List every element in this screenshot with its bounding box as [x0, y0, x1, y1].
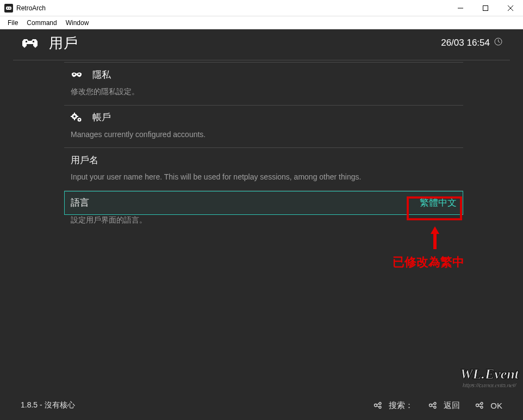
clock-icon [494, 38, 502, 48]
window-controls [448, 0, 523, 16]
menu-command[interactable]: Command [22, 18, 61, 28]
item-label: 語言 [71, 196, 89, 209]
svg-point-33 [481, 406, 483, 409]
footer-button-label: OK [490, 401, 502, 410]
footer-search-button[interactable]: 搜索： [373, 400, 413, 411]
settings-list: 隱私 修改您的隱私設定。 帳戶 Manage [64, 62, 463, 387]
svg-rect-15 [74, 113, 75, 114]
svg-rect-3 [483, 5, 488, 10]
gears-icon [71, 113, 83, 122]
dots-icon [475, 402, 485, 409]
window-title: RetroArch [16, 4, 46, 12]
svg-point-21 [375, 404, 377, 407]
retroarch-icon [21, 37, 39, 49]
svg-point-0 [7, 8, 8, 9]
svg-point-26 [429, 404, 432, 407]
close-button[interactable] [498, 0, 523, 16]
item-label: 隱私 [92, 69, 111, 81]
datetime-text: 26/03 16:54 [441, 38, 490, 48]
svg-line-30 [432, 406, 434, 407]
svg-point-28 [434, 406, 436, 409]
svg-rect-16 [74, 119, 75, 120]
settings-item-username[interactable]: 用戶名 Input your user name here. This will… [64, 147, 463, 190]
svg-line-34 [478, 404, 481, 405]
footer-back-button[interactable]: 返回 [428, 400, 460, 411]
svg-point-27 [434, 403, 436, 405]
settings-item-accounts[interactable]: 帳戶 Manages currently configured accounts… [64, 105, 463, 148]
page-header: 用戶 26/03 16:54 [0, 29, 523, 57]
svg-rect-7 [33, 41, 34, 42]
svg-point-14 [73, 115, 76, 118]
settings-item-language[interactable]: 語言 繁體中文 設定用戶界面的語言。 [64, 190, 463, 233]
svg-point-23 [379, 406, 381, 409]
item-description: Input your user name here. This will be … [64, 172, 463, 190]
menu-file[interactable]: File [3, 18, 22, 28]
footer-version: 1.8.5 - 沒有核心 [21, 400, 75, 410]
menu-window[interactable]: Window [61, 18, 94, 28]
dots-icon [428, 402, 438, 409]
svg-point-1 [9, 8, 10, 9]
svg-line-29 [432, 404, 434, 405]
minimize-button[interactable] [448, 0, 473, 16]
svg-point-12 [78, 73, 80, 75]
svg-point-31 [476, 404, 479, 407]
svg-point-20 [79, 119, 80, 120]
page-title: 用戶 [49, 34, 78, 53]
svg-line-35 [478, 406, 481, 407]
dots-icon [373, 402, 383, 409]
item-description: Manages currently configured accounts. [64, 129, 463, 148]
svg-line-25 [377, 406, 379, 407]
mask-icon [71, 71, 83, 78]
svg-line-24 [377, 404, 379, 405]
footer-ok-button[interactable]: OK [475, 400, 502, 411]
item-value: 繁體中文 [420, 196, 457, 209]
maximize-button[interactable] [473, 0, 498, 16]
header-divider [13, 60, 510, 60]
footer: 1.8.5 - 沒有核心 搜索： 返回 OK [0, 391, 523, 420]
svg-point-32 [481, 403, 483, 405]
watermark-main: WL.Event [460, 366, 519, 382]
window-titlebar: RetroArch [0, 0, 523, 16]
settings-item-privacy[interactable]: 隱私 修改您的隱私設定。 [64, 62, 463, 105]
watermark-sub: https://cumoi.enta.net/ [460, 382, 519, 388]
svg-point-11 [73, 73, 76, 75]
watermark: WL.Event https://cumoi.enta.net/ [460, 366, 519, 388]
svg-point-22 [379, 403, 381, 405]
item-label: 帳戶 [92, 111, 111, 123]
app-body: 用戶 26/03 16:54 隱私 修改您的隱私設定。 [0, 29, 523, 420]
item-description: 修改您的隱私設定。 [64, 87, 463, 105]
item-label: 用戶名 [71, 154, 98, 166]
svg-rect-18 [77, 116, 78, 117]
svg-line-10 [499, 42, 500, 43]
footer-button-label: 返回 [444, 400, 460, 411]
menubar: File Command Window [0, 16, 523, 29]
item-description: 設定用戶界面的語言。 [64, 215, 463, 233]
svg-rect-6 [26, 41, 27, 42]
footer-button-label: 搜索： [389, 400, 413, 411]
svg-rect-17 [71, 116, 72, 117]
app-icon [4, 4, 13, 13]
